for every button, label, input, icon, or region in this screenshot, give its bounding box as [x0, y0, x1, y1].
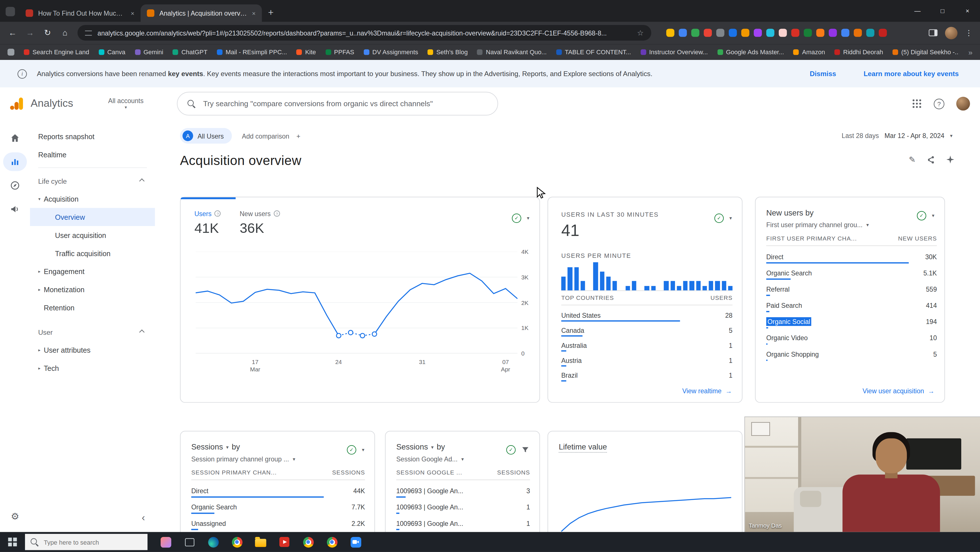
admin-gear-icon[interactable]: ⚙	[11, 511, 19, 522]
browser-tab-1[interactable]: How To Find Out How Much Tr... ×	[19, 4, 141, 22]
extension-icon[interactable]	[879, 29, 887, 37]
dismiss-button[interactable]: Dismiss	[810, 70, 836, 77]
extension-icon[interactable]	[766, 29, 775, 37]
bookmark-item[interactable]: Canva	[99, 49, 125, 56]
data-quality-icon[interactable]: ✓	[512, 214, 521, 223]
task-view-button[interactable]	[178, 532, 202, 552]
bookmark-item[interactable]: PPFAS	[325, 49, 355, 56]
start-button[interactable]	[0, 532, 25, 552]
extension-icon[interactable]	[854, 29, 862, 37]
reports-nav-icon[interactable]	[3, 152, 27, 171]
home-nav-icon[interactable]	[3, 128, 27, 148]
add-comparison-button[interactable]: Add comparison +	[242, 131, 303, 141]
bookmark-item[interactable]: Mail - REsimpli PPC...	[217, 49, 287, 56]
advertising-nav-icon[interactable]	[3, 200, 27, 219]
taskbar-search-input[interactable]	[44, 539, 138, 546]
address-bar[interactable]: analytics.google.com/analytics/web/?pli=…	[78, 25, 651, 41]
bookmark-item[interactable]: Google Ads Master...	[717, 49, 784, 56]
date-range-picker[interactable]: Last 28 days Mar 12 - Apr 8, 2024 ▾	[842, 132, 953, 139]
analytics-search-bar[interactable]	[177, 92, 498, 116]
window-minimize-button[interactable]: —	[905, 0, 930, 22]
filter-icon[interactable]	[521, 446, 530, 454]
extension-icon[interactable]	[866, 29, 875, 37]
nav-tech[interactable]: ▸Tech	[30, 359, 155, 377]
nav-user-attributes[interactable]: ▸User attributes	[30, 341, 155, 359]
back-button[interactable]: ←	[5, 25, 20, 40]
google-apps-grid-icon[interactable]	[912, 98, 922, 108]
taskbar-app-colorful[interactable]	[154, 532, 178, 552]
bookmarks-overflow-icon[interactable]: »	[968, 48, 973, 57]
card-options-caret[interactable]: ▾	[932, 213, 934, 219]
bookmark-item[interactable]: ChatGPT	[172, 49, 207, 56]
extension-icon[interactable]	[816, 29, 824, 37]
user-avatar[interactable]	[956, 97, 970, 111]
taskbar-search[interactable]	[25, 534, 148, 550]
side-panel-icon[interactable]	[929, 29, 938, 36]
bookmark-item[interactable]: Search Engine Land	[24, 49, 89, 56]
nav-retention[interactable]: Retention	[30, 298, 155, 317]
help-tooltip-icon[interactable]: ?	[215, 210, 221, 217]
metric-selector[interactable]: Sessions	[396, 443, 428, 452]
nav-overview[interactable]: Overview	[30, 208, 155, 226]
dimension-selector[interactable]: Session Google Ad... ▾	[396, 455, 464, 463]
account-switcher[interactable]: All accounts ▾	[108, 98, 143, 109]
taskbar-edge-icon[interactable]	[201, 532, 225, 552]
new-users-scorecard[interactable]: New users? 36K	[240, 210, 280, 237]
bookmark-item[interactable]: Naval Ravikant Quo...	[477, 49, 547, 56]
extension-icon[interactable]	[791, 29, 800, 37]
nav-section-user[interactable]: User	[30, 323, 155, 341]
bookmark-item[interactable]: Instructor Overview...	[640, 49, 708, 56]
insights-icon[interactable]	[946, 155, 955, 164]
extension-icon[interactable]	[666, 29, 675, 37]
extension-icon[interactable]	[691, 29, 700, 37]
taskbar-zoom-icon[interactable]	[344, 532, 368, 552]
new-tab-button[interactable]: +	[268, 7, 274, 17]
card-options-caret[interactable]: ▾	[729, 216, 732, 221]
card-options-caret[interactable]: ▾	[527, 216, 530, 221]
tab-close-icon[interactable]: ×	[252, 10, 256, 16]
home-button[interactable]: ⌂	[57, 25, 73, 40]
taskbar-chrome-icon[interactable]	[225, 532, 249, 552]
bookmark-item[interactable]: Seth's Blog	[428, 49, 468, 56]
nav-section-life-cycle[interactable]: Life cycle	[30, 172, 155, 190]
profile-avatar[interactable]	[945, 26, 958, 39]
extension-icon[interactable]	[741, 29, 749, 37]
customize-report-icon[interactable]: ✎	[909, 155, 916, 164]
view-user-acquisition-link[interactable]: View user acquisition→	[862, 387, 934, 394]
extension-icon[interactable]	[716, 29, 724, 37]
nav-user-acquisition[interactable]: User acquisition	[30, 226, 155, 244]
nav-reports-snapshot[interactable]: Reports snapshot	[30, 127, 155, 146]
taskbar-media-app-icon[interactable]	[272, 532, 296, 552]
users-scorecard[interactable]: Users? 41K	[194, 210, 221, 237]
all-users-chip[interactable]: A All Users	[180, 128, 232, 144]
window-maximize-button[interactable]: □	[930, 0, 955, 22]
bookmark-item[interactable]: Kite	[296, 49, 316, 56]
nav-realtime[interactable]: Realtime	[30, 145, 155, 163]
bookmark-item[interactable]: Amazon	[793, 49, 825, 56]
reload-button[interactable]: ↻	[40, 25, 55, 40]
extension-icon[interactable]	[754, 29, 762, 37]
bookmark-star-icon[interactable]: ☆	[637, 29, 644, 37]
bookmark-item[interactable]: TABLE OF CONTENT...	[556, 49, 631, 56]
view-realtime-link[interactable]: View realtime→	[682, 387, 732, 394]
bookmark-item[interactable]: Gemini	[135, 49, 163, 56]
card-options-caret[interactable]: ▾	[362, 447, 364, 453]
forward-button[interactable]: →	[22, 25, 38, 40]
search-input[interactable]	[203, 99, 488, 108]
dimension-selector[interactable]: Session primary channel group ... ▾	[191, 455, 295, 463]
extension-icon[interactable]	[841, 29, 850, 37]
browser-tab-2-active[interactable]: Analytics | Acquisition overview ×	[141, 4, 262, 22]
metric-selector[interactable]: Sessions	[191, 443, 223, 452]
site-settings-icon[interactable]	[85, 30, 92, 35]
data-quality-icon[interactable]: ✓	[714, 214, 724, 223]
data-quality-icon[interactable]: ✓	[917, 211, 926, 220]
taskbar-chrome-2-icon[interactable]	[320, 532, 344, 552]
extension-icon[interactable]	[829, 29, 837, 37]
explore-nav-icon[interactable]	[3, 176, 27, 195]
bookmark-item[interactable]: DV Assignments	[364, 49, 418, 56]
collapse-nav-button[interactable]: ‹	[142, 512, 145, 523]
nav-monetization[interactable]: ▸Monetization	[30, 280, 155, 298]
share-icon[interactable]	[926, 155, 935, 164]
nav-engagement[interactable]: ▸Engagement	[30, 262, 155, 281]
apps-shortcut-icon[interactable]	[7, 49, 14, 56]
